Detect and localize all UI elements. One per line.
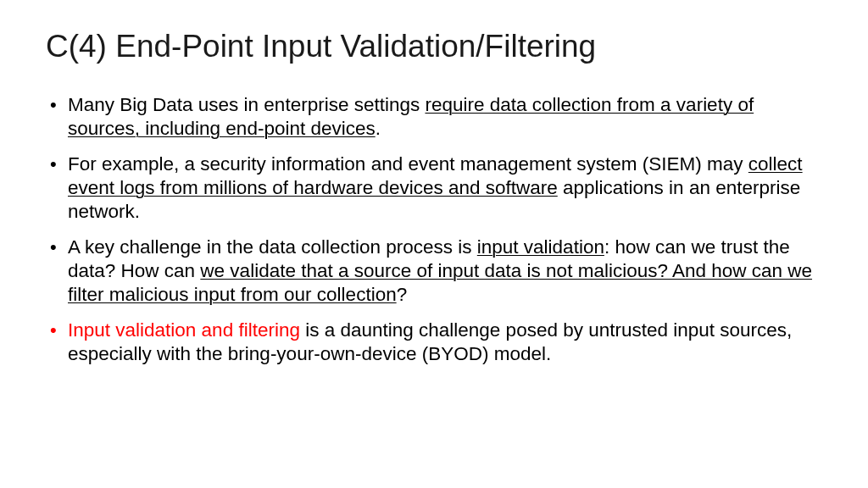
text-segment: A key challenge in the data collection p… — [68, 236, 477, 258]
slide-title: C(4) End-Point Input Validation/Filterin… — [46, 29, 822, 64]
text-segment: input validation — [477, 236, 604, 258]
bullet-item: Input validation and filtering is a daun… — [46, 319, 822, 367]
bullet-list: Many Big Data uses in enterprise setting… — [46, 93, 822, 366]
text-segment: Input validation and filtering — [68, 319, 300, 341]
text-segment: ? — [397, 284, 408, 305]
text-segment: For example, a security information and … — [68, 153, 748, 175]
bullet-item: For example, a security information and … — [46, 152, 822, 225]
bullet-item: Many Big Data uses in enterprise setting… — [46, 93, 822, 141]
slide: C(4) End-Point Input Validation/Filterin… — [0, 0, 868, 488]
text-segment: Many Big Data uses in enterprise setting… — [68, 94, 425, 115]
text-segment: . — [376, 118, 381, 139]
bullet-item: A key challenge in the data collection p… — [46, 236, 822, 308]
